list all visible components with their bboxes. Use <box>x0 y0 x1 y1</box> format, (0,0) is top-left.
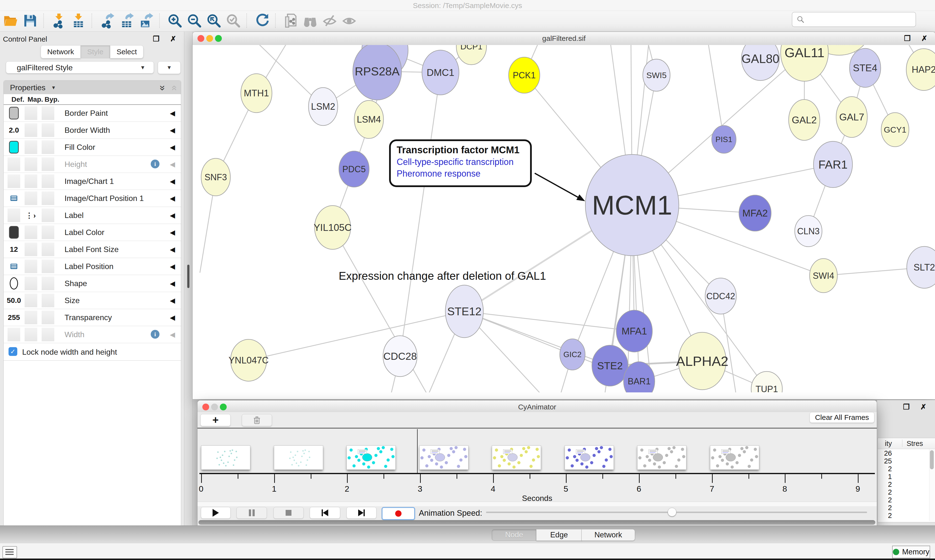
bypass-cell[interactable] <box>42 140 54 154</box>
mapping-cell[interactable] <box>25 294 37 307</box>
node-gcy1[interactable]: GCY1 <box>881 112 909 147</box>
expand-row-icon[interactable]: ◀ <box>170 228 175 237</box>
tab-network[interactable]: Network <box>41 45 80 58</box>
node-mfa1[interactable]: MFA1 <box>616 310 652 352</box>
annotation-box[interactable]: Transcription factor MCM1 Cell-type-spec… <box>389 139 532 187</box>
network-edge[interactable] <box>333 228 430 392</box>
bypass-cell[interactable] <box>42 277 54 290</box>
hide-eye-icon[interactable] <box>322 13 338 28</box>
cyanimator-hscrollbar[interactable] <box>199 520 875 525</box>
mapping-cell[interactable] <box>25 328 37 341</box>
default-value-cell[interactable] <box>8 208 20 222</box>
expand-row-icon[interactable]: ◀ <box>170 314 175 322</box>
node-lsm2[interactable]: LSM2 <box>309 88 338 126</box>
window-float-close-icons[interactable]: ❐ ✗ <box>904 34 932 43</box>
duplicate-network-icon[interactable] <box>283 13 299 28</box>
expand-row-icon[interactable]: ◀ <box>170 211 175 219</box>
default-value-cell[interactable] <box>8 140 20 154</box>
zoom-fit-icon[interactable] <box>206 13 222 28</box>
table-row[interactable]: 2 <box>878 504 902 512</box>
properties-header[interactable]: Properties ▼ » » <box>4 80 181 94</box>
annotation-link[interactable]: Pheromone response <box>397 169 530 179</box>
node-cln3[interactable]: CLN3 <box>795 215 822 247</box>
node-yil105c[interactable]: YIL105C <box>313 206 352 249</box>
style-options-button[interactable]: ▼ <box>158 61 181 74</box>
bypass-cell[interactable] <box>42 294 54 307</box>
bypass-cell[interactable] <box>42 208 54 222</box>
delete-frame-button[interactable] <box>242 414 272 426</box>
node-gal2[interactable]: GAL2 <box>788 100 820 140</box>
frame-thumbnail-3[interactable] <box>419 445 469 470</box>
zoom-out-icon[interactable] <box>187 13 202 28</box>
expand-row-icon[interactable]: ◀ <box>170 143 175 151</box>
property-row-height[interactable]: Heighti◀ <box>4 156 181 173</box>
stop-button[interactable] <box>273 507 304 518</box>
cyanimator-timeline[interactable]: 0123456789 Seconds <box>197 429 877 502</box>
step-back-button[interactable] <box>310 507 340 518</box>
default-value-cell[interactable] <box>8 260 20 273</box>
results-vscrollbar[interactable] <box>929 449 935 521</box>
default-value-cell[interactable]: 50.0 <box>8 294 20 307</box>
info-icon[interactable]: i <box>151 330 159 338</box>
node-gal7[interactable]: GAL7 <box>836 97 867 137</box>
node-cdc28[interactable]: CDC28 <box>383 336 417 377</box>
bypass-cell[interactable] <box>42 311 54 324</box>
default-value-cell[interactable] <box>8 191 20 205</box>
bypass-cell[interactable] <box>42 226 54 239</box>
default-value-cell[interactable] <box>8 174 20 188</box>
tab-network-table[interactable]: Network Table <box>582 529 635 541</box>
panel-splitter[interactable] <box>184 32 193 525</box>
tab-edge-table[interactable]: Edge Table <box>536 529 582 541</box>
table-row[interactable]: 2 <box>878 465 902 473</box>
network-graph[interactable]: DCP1RPS28ADMC1PCK1SWI5GAL80GAL11STE4HAP2… <box>193 45 935 392</box>
node-hap2[interactable]: HAP2 <box>906 49 935 91</box>
table-row[interactable]: 26 <box>878 449 902 457</box>
vscroll-thumb[interactable] <box>930 450 934 469</box>
node-cdc42[interactable]: CDC42 <box>705 278 736 314</box>
zoom-in-icon[interactable] <box>167 13 183 28</box>
status-list-button[interactable] <box>2 546 17 558</box>
lock-checkbox[interactable]: ✓ <box>9 347 17 356</box>
node-swi5[interactable]: SWI5 <box>643 59 670 91</box>
node-mth1[interactable]: MTH1 <box>241 74 272 112</box>
frame-thumbnail-1[interactable] <box>274 445 323 470</box>
folder-open-icon[interactable] <box>3 13 19 28</box>
frame-thumbnail-5[interactable] <box>565 445 614 470</box>
node-ste2[interactable]: STE2 <box>592 345 628 386</box>
table-row[interactable]: 2 <box>878 496 902 504</box>
property-row-shape[interactable]: Shape◀ <box>4 275 181 292</box>
save-icon[interactable] <box>22 13 38 28</box>
expand-row-icon[interactable]: ◀ <box>170 331 175 338</box>
node-rps28a[interactable]: RPS28A <box>353 45 401 100</box>
tab-select[interactable]: Select <box>110 45 143 58</box>
panel-float-close-icons[interactable]: ❐ ✗ <box>903 403 931 411</box>
style-selector[interactable]: galFiltered Style ▼ <box>6 61 154 74</box>
mapping-cell[interactable] <box>25 174 37 188</box>
node-far1[interactable]: FAR1 <box>813 142 852 188</box>
property-row-size[interactable]: 50.0Size◀ <box>4 292 181 309</box>
import-table-icon[interactable] <box>71 13 86 28</box>
expand-row-icon[interactable]: ◀ <box>170 109 175 117</box>
bypass-cell[interactable] <box>42 174 54 188</box>
network-canvas[interactable]: DCP1RPS28ADMC1PCK1SWI5GAL80GAL11STE4HAP2… <box>193 45 935 392</box>
mapping-cell[interactable] <box>25 106 37 120</box>
mapping-cell[interactable] <box>25 140 37 154</box>
expand-all-icon[interactable]: » <box>157 85 168 91</box>
default-value-cell[interactable] <box>8 226 20 239</box>
col-header-stress[interactable]: Stres <box>903 440 926 448</box>
export-network-icon[interactable] <box>99 13 115 28</box>
mapping-cell[interactable] <box>25 157 37 171</box>
node-ynl047c[interactable]: YNL047C <box>228 339 269 381</box>
memory-button[interactable]: Memory <box>892 546 930 558</box>
col-header-ity[interactable]: ity <box>878 440 892 448</box>
step-forward-button[interactable] <box>347 507 376 518</box>
expand-row-icon[interactable]: ◀ <box>170 263 175 271</box>
expand-row-icon[interactable]: ◀ <box>170 280 175 288</box>
node-pis1[interactable]: PIS1 <box>712 126 736 153</box>
add-frame-button[interactable]: + <box>201 414 231 426</box>
info-icon[interactable]: i <box>151 160 159 168</box>
frame-thumbnail-7[interactable] <box>710 445 759 470</box>
node-swi4[interactable]: SWI4 <box>810 258 837 293</box>
default-value-cell[interactable] <box>8 328 20 341</box>
splitter-handle[interactable] <box>187 265 190 288</box>
